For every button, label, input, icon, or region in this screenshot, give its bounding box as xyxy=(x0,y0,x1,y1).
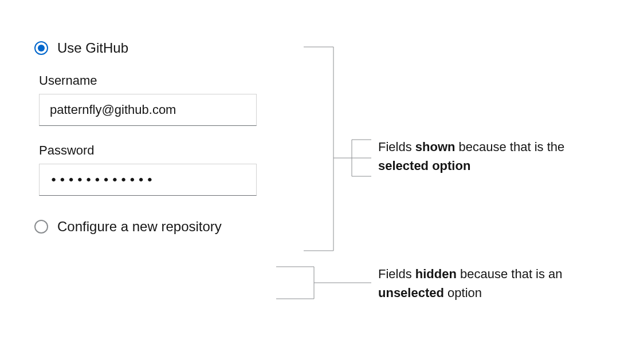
field-group-username: Username xyxy=(39,73,275,126)
annotation-shown: Fields shown because that is the selecte… xyxy=(378,137,607,175)
radio-option-configure-repo[interactable]: Configure a new repository xyxy=(34,219,275,235)
annotation-hidden-bold-2: unselected xyxy=(378,286,444,300)
annotation-shown-text-1: Fields xyxy=(378,140,415,154)
radio-option-use-github[interactable]: Use GitHub xyxy=(34,40,275,56)
github-fields: Username Password xyxy=(39,73,275,196)
annotation-shown-bold-2: selected option xyxy=(378,159,470,173)
annotation-hidden-text-1: Fields xyxy=(378,267,415,281)
radio-icon-selected[interactable] xyxy=(34,41,48,55)
field-group-password: Password xyxy=(39,143,275,196)
annotation-shown-bold-1: shown xyxy=(415,140,455,154)
annotation-shown-text-2: because that is the xyxy=(455,140,564,154)
radio-label-configure-repo: Configure a new repository xyxy=(57,219,222,235)
radio-icon-unselected[interactable] xyxy=(34,220,48,234)
form-area: Use GitHub Username Password Configure a… xyxy=(34,40,275,239)
username-input[interactable] xyxy=(39,94,257,126)
username-label: Username xyxy=(39,73,275,88)
password-label: Password xyxy=(39,143,275,158)
annotation-hidden-bold-1: hidden xyxy=(415,267,457,281)
annotation-hidden-text-3: option xyxy=(444,286,482,300)
annotation-hidden-text-2: because that is an xyxy=(457,267,563,281)
password-input[interactable] xyxy=(39,164,257,196)
annotation-hidden: Fields hidden because that is an unselec… xyxy=(378,264,607,302)
radio-label-use-github: Use GitHub xyxy=(57,40,128,56)
